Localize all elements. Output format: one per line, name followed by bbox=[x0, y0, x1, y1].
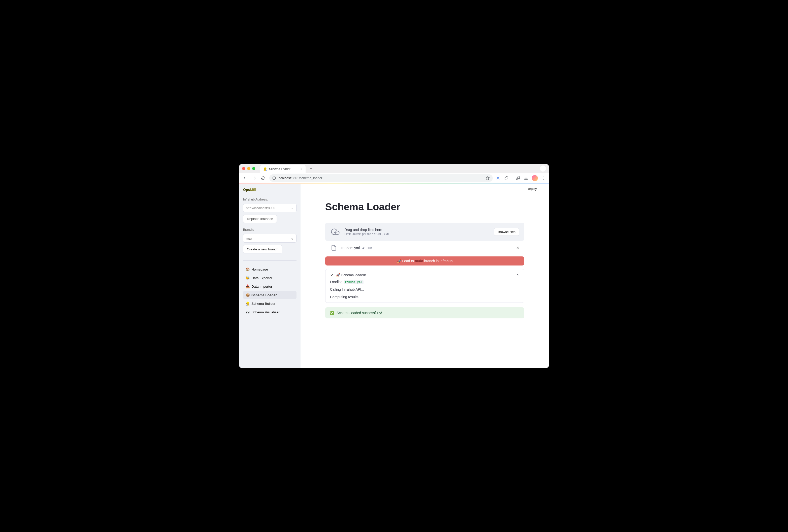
address-bar[interactable]: localhost:8501/schema_loader bbox=[269, 174, 493, 182]
browser-menu-icon[interactable] bbox=[541, 176, 546, 180]
load-suffix: branch in Infrahub bbox=[423, 259, 453, 263]
svg-marker-3 bbox=[486, 176, 489, 180]
traffic-lights bbox=[242, 167, 255, 170]
address-placeholder: http://localhost:8000 bbox=[246, 206, 275, 210]
importer-icon: 📥 bbox=[245, 284, 250, 289]
status-header[interactable]: 🚀 Schema loaded! bbox=[330, 273, 519, 277]
sidebar-item-data-importer[interactable]: 📥 Data Importer bbox=[243, 282, 296, 291]
status-api-line: Calling Infrahub API... bbox=[330, 288, 519, 292]
builder-icon: 👷 bbox=[245, 301, 250, 306]
sidebar-item-label: Schema Builder bbox=[251, 302, 275, 306]
dropzone-text: Drag and drop files here Limit 200MB per… bbox=[344, 228, 490, 236]
svg-point-7 bbox=[544, 177, 544, 177]
toolbar-right bbox=[496, 175, 546, 181]
uploaded-file-row: random.yml 410.0B ✕ bbox=[325, 241, 524, 255]
file-name: random.yml bbox=[341, 246, 360, 250]
bookmark-star-icon[interactable] bbox=[486, 176, 490, 180]
sidebar-item-schema-builder[interactable]: 👷 Schema Builder bbox=[243, 299, 296, 308]
cloud-upload-icon bbox=[330, 227, 340, 237]
downloads-icon[interactable] bbox=[524, 176, 528, 180]
sidebar-logo: OpsMill bbox=[243, 188, 296, 192]
page-title: Schema Loader bbox=[325, 201, 524, 213]
browser-tab[interactable]: 👷 Schema Loader × bbox=[260, 165, 306, 173]
status-panel: 🚀 Schema loaded! Loading random.yml ... … bbox=[325, 269, 524, 303]
dropzone-title: Drag and drop files here bbox=[344, 228, 490, 232]
address-input[interactable]: http://localhost:8000 ⌄ bbox=[243, 204, 296, 212]
browser-toolbar: localhost:8501/schema_loader bbox=[239, 173, 549, 183]
sidebar-item-homepage[interactable]: 🏠 Homepage bbox=[243, 265, 296, 273]
file-info: random.yml 410.0B bbox=[341, 245, 372, 250]
svg-point-6 bbox=[518, 178, 519, 179]
browser-window: 👷 Schema Loader × + ⌄ localhost:8501/sch… bbox=[239, 164, 549, 368]
media-control-icon[interactable] bbox=[516, 176, 520, 180]
url-host: localhost:8501/schema_loader bbox=[278, 176, 322, 180]
sidebar-nav: 🏠 Homepage 🐝 Data Exporter 📥 Data Import… bbox=[243, 265, 296, 316]
window-minimize-button[interactable] bbox=[247, 167, 250, 170]
svg-point-12 bbox=[543, 190, 543, 190]
loader-icon: 📦 bbox=[245, 293, 250, 297]
deploy-button[interactable]: Deploy bbox=[527, 187, 537, 191]
svg-point-4 bbox=[497, 177, 499, 179]
svg-point-10 bbox=[543, 187, 543, 188]
app-menu-icon[interactable] bbox=[541, 186, 545, 191]
load-prefix: 🚀 Load to bbox=[397, 259, 415, 263]
exporter-icon: 🐝 bbox=[245, 276, 250, 280]
dropzone-subtitle: Limit 200MB per file • YAML, YML bbox=[344, 232, 490, 236]
sidebar-item-label: Homepage bbox=[251, 268, 268, 271]
replace-instance-button[interactable]: Replace Instance bbox=[243, 215, 277, 223]
sidebar-item-label: Schema Visualizer bbox=[251, 310, 280, 314]
load-branch-name: main bbox=[415, 259, 423, 263]
file-chip: random.yml bbox=[343, 280, 363, 284]
sidebar-divider bbox=[243, 260, 296, 261]
file-size: 410.0B bbox=[362, 247, 372, 250]
branch-select[interactable]: main ⌄ bbox=[243, 234, 296, 242]
extension-sun-icon[interactable] bbox=[496, 176, 500, 180]
profile-avatar[interactable] bbox=[532, 175, 538, 181]
create-branch-button[interactable]: Create a new branch bbox=[243, 245, 282, 253]
svg-point-8 bbox=[544, 178, 544, 178]
status-compute-line: Computing results... bbox=[330, 295, 519, 299]
chevron-down-icon: ⌄ bbox=[291, 236, 294, 240]
branch-value: main bbox=[246, 237, 253, 240]
address-label: Infrahub Address: bbox=[243, 198, 296, 201]
app-container: OpsMill Infrahub Address: http://localho… bbox=[239, 184, 549, 368]
status-header-text: 🚀 Schema loaded! bbox=[336, 273, 366, 277]
svg-point-5 bbox=[516, 179, 517, 180]
main-content: Deploy Schema Loader Drag and drop files… bbox=[300, 184, 549, 368]
sidebar-item-schema-visualizer[interactable]: 👀 Schema Visualizer bbox=[243, 308, 296, 316]
visualizer-icon: 👀 bbox=[245, 310, 250, 314]
forward-button[interactable] bbox=[251, 175, 257, 181]
new-tab-button[interactable]: + bbox=[308, 165, 315, 172]
status-loading-line: Loading random.yml ... bbox=[330, 280, 519, 284]
tab-title: Schema Loader bbox=[269, 167, 291, 171]
sidebar: OpsMill Infrahub Address: http://localho… bbox=[239, 184, 300, 368]
chevron-down-icon: ⌄ bbox=[291, 206, 294, 210]
window-close-button[interactable] bbox=[242, 167, 245, 170]
file-dropzone[interactable]: Drag and drop files here Limit 200MB per… bbox=[325, 223, 524, 241]
svg-point-9 bbox=[544, 179, 544, 179]
sidebar-item-label: Data Importer bbox=[251, 284, 272, 289]
tabs-dropdown-button[interactable]: ⌄ bbox=[540, 165, 546, 172]
sidebar-item-data-exporter[interactable]: 🐝 Data Exporter bbox=[243, 274, 296, 282]
svg-point-11 bbox=[543, 189, 543, 189]
collapse-caret-icon[interactable] bbox=[516, 273, 519, 277]
back-button[interactable] bbox=[242, 175, 248, 181]
window-maximize-button[interactable] bbox=[252, 167, 255, 170]
browse-files-button[interactable]: Browse files bbox=[494, 228, 519, 236]
success-check-icon: ✅ bbox=[330, 311, 334, 315]
titlebar: 👷 Schema Loader × + ⌄ bbox=[239, 164, 549, 173]
reload-button[interactable] bbox=[260, 175, 266, 181]
status-body: Loading random.yml ... Calling Infrahub … bbox=[330, 280, 519, 299]
load-branch-button[interactable]: 🚀 Load to main branch in Infrahub bbox=[325, 256, 524, 265]
sidebar-item-label: Data Exporter bbox=[251, 276, 272, 280]
sidebar-item-schema-loader[interactable]: 📦 Schema Loader bbox=[243, 291, 296, 299]
site-info-icon[interactable] bbox=[272, 176, 276, 180]
check-icon bbox=[330, 273, 334, 277]
extensions-icon[interactable] bbox=[504, 176, 508, 180]
sidebar-item-label: Schema Loader bbox=[251, 293, 277, 297]
home-icon: 🏠 bbox=[245, 267, 250, 271]
remove-file-button[interactable]: ✕ bbox=[516, 245, 519, 250]
tab-close-icon[interactable]: × bbox=[300, 167, 302, 171]
success-text: Schema loaded successfully! bbox=[337, 311, 382, 315]
file-icon bbox=[330, 244, 337, 251]
